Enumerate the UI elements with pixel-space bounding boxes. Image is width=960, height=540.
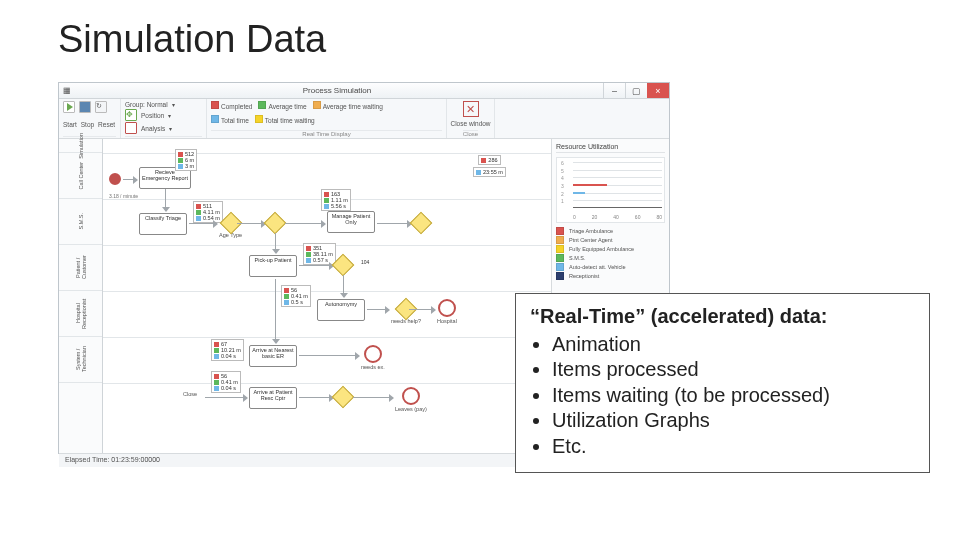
connector: [123, 179, 137, 180]
connector: [205, 397, 247, 398]
gateway-needs: needs help?: [391, 301, 421, 324]
avgtime-swatch: [258, 101, 266, 109]
legend-swatch: [556, 227, 564, 235]
task-arrive-pt[interactable]: 560.41 m0.04 s Arrive at Patient Resc Cp…: [249, 387, 297, 409]
close-button[interactable]: ×: [647, 83, 669, 98]
lane-divider: [103, 383, 551, 384]
connector: [367, 309, 389, 310]
panel-header: Resource Utilization: [556, 143, 665, 153]
connector: [299, 397, 333, 398]
tottime-swatch: [211, 115, 219, 123]
swimlane-callcenter: Call Center: [59, 153, 102, 199]
lane-divider: [103, 153, 551, 154]
gateway: [267, 215, 283, 231]
legend-totwait: Total time waiting: [265, 117, 315, 124]
analysis-icon[interactable]: [125, 122, 137, 134]
swimlane-main: Simulation: [59, 139, 102, 153]
close-window-icon[interactable]: ✕: [463, 101, 479, 117]
gateway-age: Age Type: [219, 215, 242, 238]
task-receive[interactable]: 5126 m3 m Recieve Emergency Report: [139, 167, 191, 189]
end-needs: needs ex.: [361, 345, 385, 370]
legend-swatch: [556, 263, 564, 271]
legend-tottime: Total time: [221, 117, 249, 124]
legend-swatch: [556, 236, 564, 244]
close-window-label[interactable]: Close window: [450, 120, 490, 127]
window-title: Process Simulation: [71, 86, 603, 95]
callout-item: Utilization Graphs: [552, 408, 915, 434]
chart-axis: [573, 207, 662, 208]
task-autonomy[interactable]: 560.41 m0.5 s Autonomymy: [317, 299, 365, 321]
totwait-swatch: [255, 115, 263, 123]
swimlane-headers: Simulation Call Center S.M.S. Patient / …: [59, 139, 103, 453]
stop-icon[interactable]: [79, 101, 91, 113]
callout-item: Items waiting (to be processed): [552, 383, 915, 409]
annotation-callout: “Real-Time” (accelerated) data: Animatio…: [515, 293, 930, 473]
reset-label: Reset: [98, 121, 115, 128]
stop-label: Stop: [81, 121, 94, 128]
utilization-chart: 6 5 4 3 2 1 020406080: [556, 157, 665, 223]
task-manage[interactable]: 1631.11 m5.56 s Manage Patient Only: [327, 211, 375, 233]
callout-heading: “Real-Time” (accelerated) data:: [530, 304, 915, 330]
inflow-label: 3.18 / minute: [109, 193, 138, 199]
global-stat: 286 23:55 m: [473, 155, 506, 179]
minimize-button[interactable]: –: [603, 83, 625, 98]
connector: [275, 233, 276, 253]
play-icon[interactable]: [63, 101, 75, 113]
swimlane-technician: System / Technician: [59, 337, 102, 383]
position-label[interactable]: Position: [141, 112, 164, 119]
gateway: [335, 257, 351, 273]
panel-legend: Triage Ambulance Ptnt Center Agent Fully…: [556, 227, 665, 280]
callout-item: Etc.: [552, 434, 915, 460]
callout-item: Items processed: [552, 357, 915, 383]
legend-avgwait: Average time waiting: [323, 103, 383, 110]
connector: [377, 223, 411, 224]
chart-series-tech: [573, 192, 585, 194]
completed-swatch: [211, 101, 219, 109]
ribbon: ↻ Start Stop Reset Group: Normal▾ ✥Posit…: [59, 99, 669, 139]
legend-completed: Completed: [221, 103, 252, 110]
legend-avgtime: Average time: [268, 103, 306, 110]
gateway: [413, 215, 429, 231]
chart-xticks: 020406080: [573, 214, 662, 220]
analysis-label[interactable]: Analysis: [141, 125, 165, 132]
close-group-label: Close: [463, 130, 478, 137]
task-pickup[interactable]: 35138.11 m0.57 s Pick-up Patient: [249, 255, 297, 277]
lane-divider: [103, 291, 551, 292]
start-event: [109, 173, 121, 185]
view-group-label: [125, 136, 202, 137]
reset-icon[interactable]: ↻: [95, 101, 107, 113]
swimlane-receptionist: Hospital Receptionist: [59, 291, 102, 337]
connector: [343, 275, 344, 297]
connector: [275, 279, 276, 343]
connector: [299, 265, 333, 266]
lane-divider: [103, 337, 551, 338]
gateway: [335, 389, 351, 405]
position-icon[interactable]: ✥: [125, 109, 137, 121]
callout-item: Animation: [552, 332, 915, 358]
start-label: Start: [63, 121, 77, 128]
close-label: Close: [183, 391, 197, 397]
legend-swatch: [556, 254, 564, 262]
connector: [237, 223, 265, 224]
connector: [353, 397, 393, 398]
connector: [409, 309, 435, 310]
connector: [165, 189, 166, 211]
swimlane-sms: S.M.S.: [59, 199, 102, 245]
task-classify[interactable]: 5114.11 m0.54 m Classify Triage: [139, 213, 187, 235]
sys-icon: ▦: [63, 86, 71, 95]
avgwait-swatch: [313, 101, 321, 109]
maximize-button[interactable]: ▢: [625, 83, 647, 98]
task-arrive-ne[interactable]: 6710.21 m0.04 s Arrive at Nearest basic …: [249, 345, 297, 367]
swimlane-patient: Patient / Customer: [59, 245, 102, 291]
legend-group-label: Real Time Display: [211, 130, 442, 137]
end-leaves: Leaves (pay): [395, 387, 427, 412]
connector: [299, 355, 359, 356]
legend-swatch: [556, 272, 564, 280]
chart-series-sms: [573, 184, 607, 186]
end-hospital: Hospital: [437, 299, 457, 324]
connector: [285, 223, 325, 224]
slide-title: Simulation Data: [58, 18, 326, 61]
group-dropdown[interactable]: Group: Normal: [125, 101, 168, 108]
gw-count: 104: [361, 259, 369, 265]
legend-swatch: [556, 245, 564, 253]
